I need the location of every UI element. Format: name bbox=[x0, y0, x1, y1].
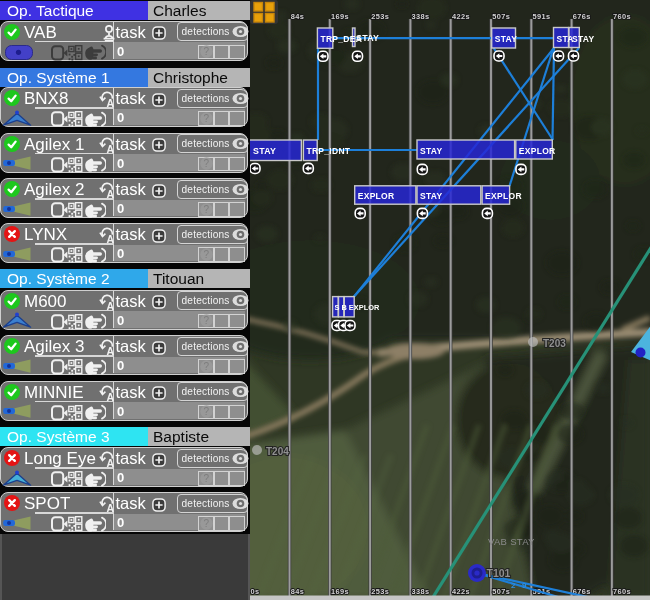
svg-text:EXPLOR: EXPLOR bbox=[485, 191, 522, 201]
svg-text:STAY: STAY bbox=[572, 34, 594, 44]
svg-text:760s: 760s bbox=[613, 12, 631, 21]
svg-text:253s: 253s bbox=[371, 12, 389, 21]
svg-text:?: ? bbox=[203, 315, 209, 326]
svg-text:2: 2 bbox=[511, 581, 516, 590]
svg-text:A: A bbox=[107, 299, 115, 310]
svg-text:169s: 169s bbox=[331, 12, 349, 21]
svg-text:9: 9 bbox=[522, 581, 527, 590]
svg-text:?: ? bbox=[203, 158, 209, 169]
svg-text:?: ? bbox=[203, 361, 209, 372]
svg-text:676s: 676s bbox=[573, 12, 591, 21]
svg-text:338s: 338s bbox=[412, 587, 430, 596]
svg-text:?: ? bbox=[203, 518, 209, 529]
svg-text:STAY: STAY bbox=[253, 146, 276, 156]
svg-text:A: A bbox=[107, 345, 115, 356]
svg-text:422s: 422s bbox=[452, 587, 470, 596]
svg-text:A: A bbox=[107, 142, 115, 153]
svg-text:?: ? bbox=[203, 204, 209, 215]
svg-text:VAB STAY: VAB STAY bbox=[488, 536, 535, 547]
svg-text:S B EXPLOR: S B EXPLOR bbox=[335, 303, 380, 312]
svg-text:169s: 169s bbox=[331, 587, 349, 596]
svg-text:A: A bbox=[107, 233, 115, 244]
svg-text:253s: 253s bbox=[371, 587, 389, 596]
svg-text:EXPLOR: EXPLOR bbox=[519, 146, 556, 156]
svg-text:STAY: STAY bbox=[356, 33, 379, 43]
svg-text:A: A bbox=[107, 502, 115, 513]
svg-text:?: ? bbox=[203, 406, 209, 417]
svg-text:?: ? bbox=[203, 473, 209, 484]
svg-text:760s: 760s bbox=[613, 587, 631, 596]
svg-text:A: A bbox=[107, 390, 115, 401]
svg-text:0s: 0s bbox=[251, 587, 260, 596]
svg-text:?: ? bbox=[203, 113, 209, 124]
svg-text:507s: 507s bbox=[492, 587, 510, 596]
svg-text:A: A bbox=[107, 457, 115, 468]
svg-text:422s: 422s bbox=[452, 12, 470, 21]
svg-text:?: ? bbox=[203, 249, 209, 260]
svg-text:84s: 84s bbox=[291, 12, 305, 21]
svg-text:338s: 338s bbox=[412, 12, 430, 21]
svg-text:STAY: STAY bbox=[495, 34, 517, 44]
svg-text:STAY: STAY bbox=[420, 146, 442, 156]
svg-text:591s: 591s bbox=[533, 12, 551, 21]
svg-text:TRP_IDNT: TRP_IDNT bbox=[306, 146, 350, 156]
svg-text:T101: T101 bbox=[487, 567, 511, 579]
svg-text:EXPLOR: EXPLOR bbox=[358, 191, 395, 201]
svg-text:507s: 507s bbox=[492, 12, 510, 21]
svg-text:A: A bbox=[107, 188, 115, 199]
svg-text:STAY: STAY bbox=[420, 191, 442, 201]
svg-text:84s: 84s bbox=[291, 587, 305, 596]
svg-text:?: ? bbox=[203, 46, 209, 57]
svg-text:T204: T204 bbox=[266, 446, 289, 457]
svg-text:A: A bbox=[107, 97, 115, 108]
svg-text:T203: T203 bbox=[543, 338, 566, 349]
